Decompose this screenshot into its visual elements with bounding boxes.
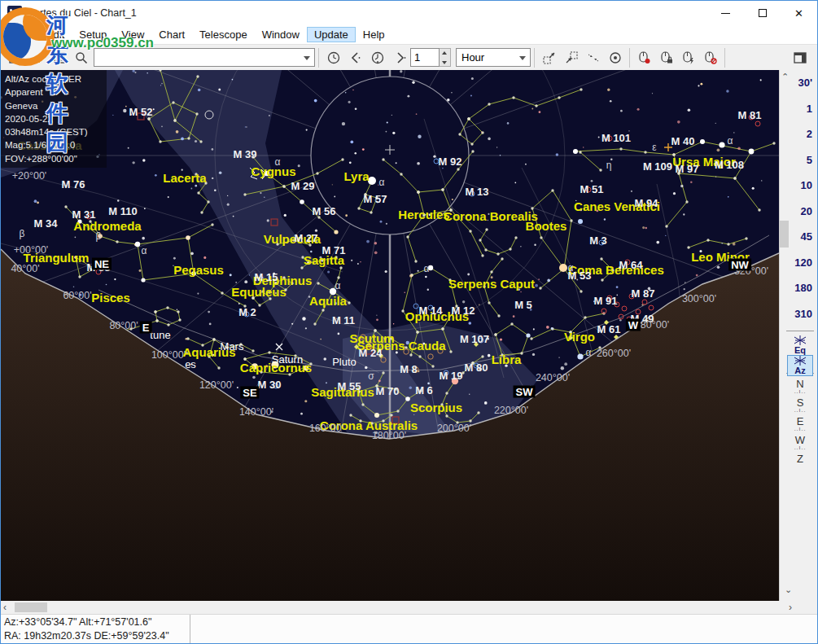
close-button[interactable]: ✕	[781, 1, 817, 25]
star	[235, 282, 237, 283]
constellation-star	[479, 367, 481, 370]
mouse-flash-button[interactable]	[677, 46, 699, 68]
fov-button-45[interactable]: 45	[788, 230, 812, 243]
info-overlay-line: 2020-05-22	[5, 112, 103, 125]
constellation-star	[93, 267, 95, 269]
constellation-star	[378, 348, 380, 351]
grid-eq-button[interactable]: Eq	[787, 335, 813, 357]
mouse-disable-button[interactable]	[699, 46, 721, 68]
center-object-button[interactable]	[582, 46, 604, 68]
star	[227, 204, 230, 206]
star	[583, 147, 584, 148]
constellation-star	[282, 185, 285, 187]
menu-item-setup[interactable]: Setup	[72, 27, 114, 42]
star	[386, 131, 387, 133]
time-now-button[interactable]	[322, 46, 344, 68]
menu-item-update[interactable]: Update	[307, 27, 356, 42]
time-step-value-input[interactable]	[410, 48, 440, 67]
zoom-out-frame-icon	[542, 50, 557, 65]
constellation-star	[509, 248, 511, 250]
menu-item-window[interactable]: Window	[255, 27, 307, 42]
time-reset-button[interactable]	[366, 46, 388, 68]
spin-down-icon[interactable]	[440, 58, 450, 67]
fov-button-2[interactable]: 2	[788, 128, 812, 140]
spin-up-icon[interactable]	[440, 49, 450, 58]
search-combobox[interactable]	[94, 48, 315, 67]
minimize-button[interactable]	[707, 1, 744, 25]
menu-item-help[interactable]: Help	[356, 27, 392, 42]
star	[531, 108, 533, 110]
search-button[interactable]	[70, 46, 92, 68]
star	[413, 414, 414, 415]
nebula-marker	[273, 383, 278, 388]
constellation-star	[470, 142, 473, 145]
time-unit-select[interactable]: Hour	[456, 48, 531, 67]
star	[173, 257, 176, 260]
constellation-line	[735, 178, 759, 210]
mouse-pan-button[interactable]	[633, 46, 655, 68]
fov-button-120[interactable]: 120	[788, 256, 812, 269]
fov-button-30m[interactable]: 30'	[788, 77, 812, 89]
star	[715, 176, 716, 177]
target-icon	[608, 50, 623, 65]
star	[491, 276, 493, 278]
bright-star	[186, 235, 190, 240]
fov-button-1[interactable]: 1	[788, 103, 812, 115]
constellation-star	[449, 208, 452, 211]
menu-item-chart[interactable]: Chart	[151, 27, 192, 42]
menu-item-view[interactable]: View	[114, 27, 151, 42]
galaxy-marker	[96, 269, 101, 274]
fov-button-5[interactable]: 5	[788, 154, 812, 166]
fov-button-310[interactable]: 310	[788, 308, 812, 320]
star	[374, 242, 378, 245]
scrollbar-thumb[interactable]	[15, 602, 47, 612]
grid-az-button[interactable]: Az	[787, 355, 813, 376]
horizontal-scrollbar[interactable]: ‹ ›	[1, 601, 795, 614]
star	[726, 90, 728, 92]
constellation-star	[488, 103, 490, 105]
time-step-back-button[interactable]	[344, 46, 366, 68]
sky-chart[interactable]: CassiopeiaLacertaCygnusLyraHerculesCoron…	[1, 70, 779, 601]
calendar-button[interactable]	[4, 46, 26, 68]
mouse-lock-button[interactable]	[655, 46, 677, 68]
zoom-out-mode-button[interactable]	[538, 46, 560, 68]
scroll-left-icon[interactable]: ‹	[3, 602, 7, 613]
search-input[interactable]	[94, 49, 298, 66]
menu-item-telescope[interactable]: Telescope	[192, 27, 255, 42]
maximize-button[interactable]	[744, 1, 781, 25]
fov-button-20[interactable]: 20	[788, 205, 812, 217]
observatory-button[interactable]	[26, 46, 48, 68]
direction-button-e[interactable]: E..ı..	[791, 415, 809, 431]
star	[733, 132, 734, 133]
constellation-star	[252, 349, 254, 352]
star	[761, 180, 762, 181]
star	[561, 366, 564, 370]
constellation-star	[501, 257, 503, 260]
constellation-star	[419, 389, 422, 392]
direction-button-n[interactable]: N..ı..	[791, 378, 809, 393]
direction-button-s[interactable]: S..ı..	[791, 396, 809, 412]
time-step-forward-button[interactable]	[388, 46, 410, 68]
maximize-icon	[759, 9, 767, 17]
direction-button-w[interactable]: W..ı..	[791, 434, 809, 449]
fov-button-180[interactable]: 180	[788, 282, 812, 294]
sidebar-scroll-down-icon[interactable]: ⌄	[785, 585, 792, 595]
time-step-spinner[interactable]	[440, 48, 451, 67]
star	[631, 191, 632, 192]
bright-star	[700, 139, 705, 144]
menu-item-file[interactable]: File	[7, 27, 39, 42]
star	[396, 352, 398, 354]
star	[732, 257, 734, 260]
zoom-in-mode-button[interactable]	[560, 46, 582, 68]
scroll-right-icon[interactable]: ›	[789, 602, 792, 613]
star	[298, 164, 300, 167]
track-target-button[interactable]	[604, 46, 626, 68]
constellation-star	[745, 237, 747, 239]
star	[144, 208, 146, 209]
menu-item-edit[interactable]: Edit	[39, 27, 72, 42]
direction-button-z[interactable]: Z	[791, 453, 809, 465]
object-list-button[interactable]	[48, 46, 70, 68]
constellation-star	[580, 88, 582, 90]
panel-toggle-button[interactable]	[789, 46, 811, 68]
fov-button-10[interactable]: 10	[788, 179, 812, 191]
